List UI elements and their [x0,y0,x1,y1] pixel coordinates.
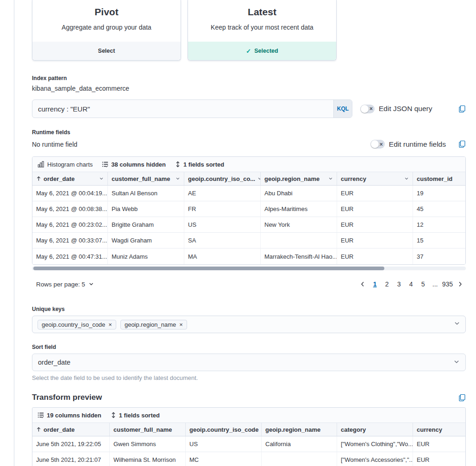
toggle-off-icon: × [380,142,383,147]
grid-cell: 15 [413,233,465,248]
grid-cell: EUR [413,452,465,466]
grid-cell: May 6, 2021 @ 00:04:19... [32,186,108,201]
page-number-5[interactable]: 5 [418,279,428,290]
pill-label: geoip.country_iso_code [42,321,105,328]
table-row: May 6, 2021 @ 00:04:19... Sultan Al Bens… [32,186,465,201]
column-header-order-date[interactable]: order_date [32,423,110,436]
edit-runtime-fields-toggle[interactable]: × [370,140,385,149]
grid-cell: EUR [337,233,413,248]
copy-preview-button[interactable] [458,394,466,402]
latest-selected-button[interactable]: ✓ Selected [188,42,336,60]
columns-hidden-button[interactable]: 38 columns hidden [102,161,166,168]
page-number-1[interactable]: 1 [370,279,380,290]
column-header-country-iso-code[interactable]: geoip.country_iso_code [186,423,262,436]
horizontal-scrollbar[interactable] [32,267,466,270]
fields-sorted-button[interactable]: 1 fields sorted [175,161,224,168]
scrollbar-thumb[interactable] [33,267,384,270]
grid-cell: ["Women's Accessories","... [337,452,413,466]
copy-runtime-button[interactable] [458,140,466,148]
preview-grid-header: order_date customer_full_name geoip.coun… [32,423,465,436]
sort-fields-icon [175,161,181,168]
copy-query-button[interactable] [458,105,466,113]
grid-cell: EUR [337,201,413,217]
kql-language-button[interactable]: KQL [333,100,352,118]
columns-hidden-button[interactable]: 19 columns hidden [38,412,101,419]
remove-pill-icon[interactable]: × [108,322,112,328]
grid-cell: Wilhemina St. Morrison [110,452,186,466]
page-ellipsis: ... [430,279,440,290]
column-header-customer-id[interactable]: customer_id [413,172,465,185]
chevron-down-icon[interactable] [454,320,460,327]
column-header-customer-full-name[interactable]: customer_full_name [110,423,186,436]
pivot-card[interactable]: Pivot Aggregate and group your data Sele… [32,0,181,61]
column-header-order-date[interactable]: order_date [32,172,108,185]
rows-per-page-label: Rows per page: 5 [36,281,85,288]
table-row: May 6, 2021 @ 00:23:02... Brigitte Graha… [32,217,465,233]
column-label: order_date [44,426,75,433]
preview-grid-toolbar: 19 columns hidden 1 fields sorted [32,408,465,423]
column-label: customer_id [417,175,452,182]
rows-per-page-button[interactable]: Rows per page: 5 [32,281,94,288]
copy-icon [458,394,466,402]
column-label: geoip.region_name [265,426,320,433]
page-number-2[interactable]: 2 [382,279,392,290]
column-header-region-name[interactable]: geoip.region_name [262,423,337,436]
column-header-currency[interactable]: currency [337,172,413,185]
column-label: currency [341,175,366,182]
runtime-fields-label: Runtime fields [32,129,466,136]
grid-cell: Sultan Al Benson [108,186,184,201]
index-pattern-label: Index pattern [32,75,466,81]
index-pattern-value: kibana_sample_data_ecommerce [32,85,466,92]
hidden-columns-icon [102,161,108,168]
column-label: category [341,426,366,433]
chevron-down-icon[interactable] [175,176,180,181]
column-label: order_date [44,175,75,182]
chevron-right-icon [457,281,463,287]
transform-wizard-page: Pivot Aggregate and group your data Sele… [32,0,466,466]
edit-runtime-fields-label: Edit runtime fields [389,140,446,149]
runtime-fields-row: No runtime field × Edit runtime fields [32,140,466,149]
grid-cell: Brigitte Graham [108,217,184,232]
pivot-card-title: Pivot [32,6,181,18]
page-number-last[interactable]: 935 [442,279,453,290]
pivot-select-button[interactable]: Select [32,42,181,60]
copy-icon [458,105,466,113]
chevron-down-icon[interactable] [328,176,333,181]
query-input[interactable]: currency : "EUR" KQL [32,99,352,118]
remove-pill-icon[interactable]: × [179,322,183,328]
grid-cell: 45 [413,201,465,217]
sort-field-select[interactable]: order_date [32,354,466,371]
column-header-region-name[interactable]: geoip.region_name [261,172,337,185]
query-input-value[interactable]: currency : "EUR" [32,105,333,113]
columns-hidden-label: 38 columns hidden [111,161,166,168]
unique-keys-label: Unique keys [32,306,466,312]
edit-json-query-toggle[interactable]: × [360,105,375,113]
histogram-charts-button[interactable]: Histogram charts [38,161,93,168]
column-label: geoip.country_iso_code [189,426,259,433]
unique-key-pill: geoip.region_name × [120,320,187,329]
chevron-down-icon[interactable] [404,176,409,181]
grid-cell: May 6, 2021 @ 00:23:02... [32,217,108,232]
grid-cell: Abu Dhabi [261,186,337,201]
next-page-button[interactable] [455,281,466,287]
histogram-icon [38,161,44,168]
chevron-down-icon[interactable] [257,176,261,181]
latest-card[interactable]: Latest Keep track of your most recent da… [188,0,337,61]
table-row: June 5th 2021, 19:22:05 Gwen Simmons US … [32,436,465,452]
grid-cell: SA [184,233,261,248]
toggle-knob [371,140,379,148]
page-number-4[interactable]: 4 [406,279,416,290]
chevron-down-icon[interactable] [99,176,104,181]
column-header-currency[interactable]: currency [413,423,465,436]
grid-cell: EUR [413,436,465,452]
fields-sorted-button[interactable]: 1 fields sorted [111,412,160,419]
column-header-customer-full-name[interactable]: customer_full_name [108,172,184,185]
unique-keys-combobox[interactable]: geoip.country_iso_code × geoip.region_na… [32,316,466,333]
column-header-country-iso-code[interactable]: geoip.country_iso_co... [184,172,261,185]
previous-page-button[interactable] [357,281,368,287]
latest-card-title: Latest [188,6,336,18]
unique-key-pill: geoip.country_iso_code × [38,320,116,329]
page-number-3[interactable]: 3 [394,279,404,290]
pivot-select-label: Select [98,48,115,54]
column-header-category[interactable]: category [337,423,413,436]
